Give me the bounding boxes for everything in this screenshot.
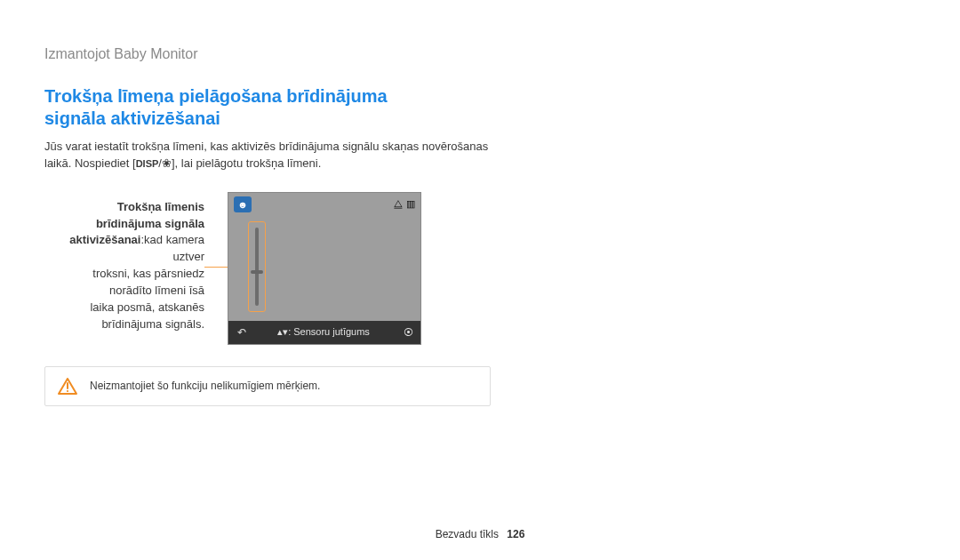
callout-body-l2: troksni, kas pārsniedz — [44, 266, 204, 283]
connector-line — [204, 267, 228, 268]
figure-row: Trokšņa līmenis brīdinājuma signāla akti… — [44, 192, 907, 345]
warning-text: Neizmantojiet šo funkciju nelikumīgiem m… — [90, 380, 320, 392]
device-status-bar: ☻ ⧋ ▥ — [232, 196, 417, 212]
updown-icon: ▴▾ — [277, 326, 288, 337]
callout-connector — [204, 192, 228, 325]
callout-body-l4: laika posmā, atskanēs — [44, 300, 204, 316]
disp-label: DISP — [136, 157, 159, 168]
back-icon[interactable]: ↶ — [236, 326, 248, 339]
warning-icon — [58, 378, 77, 395]
callout-body-l3: norādīto līmeni īsā — [44, 283, 204, 300]
page-footer: Bezvadu tīkls 126 — [0, 528, 960, 540]
section-title: Trokšņa līmeņa pielāgošana brīdinājuma s… — [44, 85, 453, 130]
device-screen: ☻ ⧋ ▥ — [228, 193, 420, 321]
callout-title-l1: Trokšņa līmenis — [44, 199, 204, 216]
callout-body-l1: kad kamera uztver — [144, 233, 204, 263]
slider-handle[interactable] — [251, 270, 263, 274]
intro-suffix: ], lai pielāgotu trokšņa līmeni. — [172, 156, 321, 170]
noise-level-slider[interactable] — [248, 221, 266, 312]
battery-icon: ▥ — [406, 198, 415, 210]
flower-icon: ❀ — [162, 156, 172, 170]
callout-title-l3: aktivizēšanai — [69, 233, 140, 246]
callout-text: Trokšņa līmenis brīdinājuma signāla akti… — [44, 192, 204, 333]
page-number: 126 — [507, 528, 524, 540]
intro-paragraph: Jūs varat iestatīt trokšņa līmeni, kas a… — [44, 139, 507, 172]
mode-badge-icon: ☻ — [234, 196, 252, 212]
device-screenshot: ☻ ⧋ ▥ ↶ ▴▾: Sensoru jutīgums — [228, 192, 421, 345]
wifi-icon: ⧋ — [394, 198, 403, 210]
sensitivity-label: : Sensoru jutīgums — [288, 326, 370, 337]
warning-note: Neizmantojiet šo funkciju nelikumīgiem m… — [44, 366, 491, 406]
device-bottom-bar: ↶ ▴▾: Sensoru jutīgums ⦿ — [228, 321, 420, 344]
callout-title-l2: brīdinājuma signāla — [44, 216, 204, 233]
callout-body-l5: brīdinājuma signāls. — [44, 316, 204, 333]
slider-area — [232, 216, 417, 317]
slider-track-inner — [255, 228, 259, 306]
broadcast-icon[interactable]: ⦿ — [399, 327, 413, 338]
chapter-heading: Izmantojot Baby Monitor — [44, 46, 907, 62]
svg-point-2 — [67, 390, 68, 392]
status-icons: ⧋ ▥ — [394, 198, 415, 210]
device-bottom-label: ▴▾: Sensoru jutīgums — [255, 326, 392, 338]
footer-section-label: Bezvadu tīkls — [436, 528, 499, 540]
